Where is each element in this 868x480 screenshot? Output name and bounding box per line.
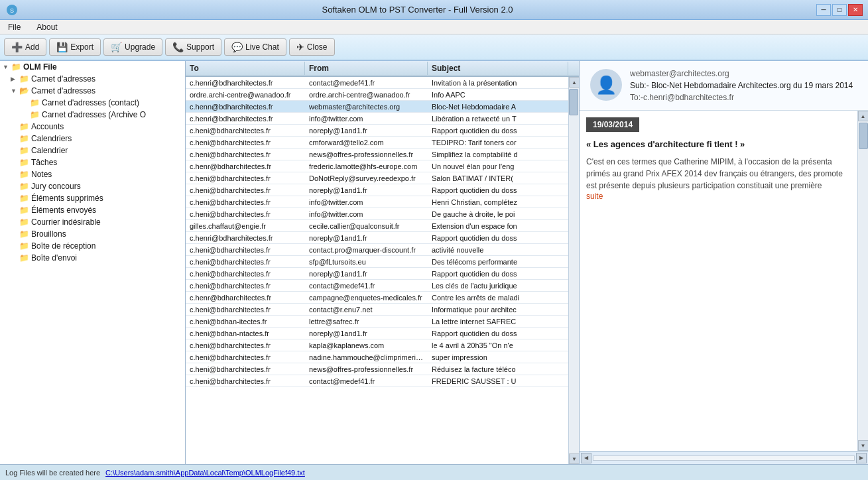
export-button[interactable]: 💾 Export — [49, 38, 101, 56]
tree-item[interactable]: ▶📁 Courrier indésirable — [0, 216, 185, 228]
tree-item[interactable]: ▶📁 Notes — [0, 168, 185, 180]
preview-scroll-thumb[interactable] — [859, 123, 868, 149]
preview-scroll-down[interactable]: ▼ — [858, 440, 869, 451]
expand-icon: ▶ — [11, 231, 17, 237]
email-row[interactable]: c.heni@bdharchitectes.fr sfp@fLtursoits.… — [186, 256, 568, 268]
email-subject: activité nouvelle — [428, 245, 568, 255]
email-from: noreply@1and1.fr — [305, 269, 428, 279]
tree-item-label: Carnet d'adresses (Archive O — [42, 110, 146, 119]
email-to: ordre.archi-centre@wanadoo.fr — [186, 90, 305, 100]
tree-item-label: Calendriers — [31, 134, 72, 143]
email-row[interactable]: c.henr@bdharchitectes.fr frederic.lamott… — [186, 160, 568, 172]
menu-about[interactable]: About — [31, 21, 62, 33]
export-icon: 💾 — [56, 42, 68, 52]
folder-icon: 📂 — [19, 86, 29, 95]
live-chat-button[interactable]: 💬 Live Chat — [224, 38, 286, 56]
email-row[interactable]: c.heni@bdharchitectes.fr DoNotReply@surv… — [186, 172, 568, 184]
email-list-scrollbar[interactable]: ▲ ▼ — [568, 77, 579, 464]
tree-item[interactable]: ▶📁 Carnet d'adresses (contact) — [0, 97, 185, 109]
tree-item[interactable]: ▶📁 Brouillons — [0, 228, 185, 240]
email-subject: Rapport quotidien du doss — [428, 185, 568, 196]
right-scroll-right[interactable]: ▶ — [856, 453, 867, 463]
support-button[interactable]: 📞 Support — [165, 38, 221, 56]
upgrade-button[interactable]: 🛒 Upgrade — [103, 38, 162, 56]
tree-item[interactable]: ▶📁 Boîte de réception — [0, 240, 185, 252]
tree-item-label: Brouillons — [31, 229, 66, 239]
email-row[interactable]: c.heni@bdharchitectes.fr nadine.hammouch… — [186, 351, 568, 363]
email-row[interactable]: c.henn@bdharchitectes.fr webmaster@archi… — [186, 101, 568, 113]
email-row[interactable]: c.henri@bdharchitectes.fr info@twitter.c… — [186, 113, 568, 125]
expand-icon: ▶ — [11, 243, 17, 249]
email-subject: Informatique pour architec — [428, 304, 568, 315]
tree-item[interactable]: ▶📁 Boîte d'envoi — [0, 252, 185, 264]
email-row[interactable]: c.heni@bdharchitectes.fr news@offres-pro… — [186, 363, 568, 375]
email-row[interactable]: c.heni@bdhan-ntactes.fr noreply@1and1.fr… — [186, 328, 568, 339]
email-row[interactable]: c.heni@bdharchitectes.fr noreply@1and1.f… — [186, 125, 568, 137]
email-to: c.heni@bdharchitectes.fr — [186, 209, 305, 219]
email-row[interactable]: c.henri@bdharchitectes.fr contact@medef4… — [186, 77, 568, 89]
expand-icon: ▼ — [11, 88, 17, 94]
tree-root[interactable]: ▼ 📁 OLM File — [0, 61, 185, 73]
email-row[interactable]: c.heni@bdhan-itectes.fr lettre@safrec.fr… — [186, 316, 568, 328]
article-body: C'est en ces termes que Catherine MIPIM,… — [586, 156, 851, 192]
folder-icon: 📁 — [19, 229, 29, 239]
col-header-subject: Subject — [428, 62, 568, 75]
email-row[interactable]: c.heni@bdharchitectes.fr noreply@1and1.f… — [186, 184, 568, 196]
right-bottom-scroll[interactable]: ◀ ▶ — [580, 451, 868, 464]
tree-item[interactable]: ▶📁 Calendriers — [0, 133, 185, 145]
preview-body: 19/03/2014 « Les agences d'architecture … — [580, 111, 868, 451]
email-row[interactable]: ordre.archi-centre@wanadoo.fr ordre.arch… — [186, 89, 568, 101]
email-to: c.heni@bdharchitectes.fr — [186, 245, 305, 255]
date-badge: 19/03/2014 — [586, 117, 639, 132]
email-row[interactable]: gilles.chaffaut@engie.fr cecile.callier@… — [186, 220, 568, 232]
tree-item[interactable]: ▶📁 Tâches — [0, 156, 185, 168]
email-row[interactable]: c.heni@bdharchitectes.fr info@twitter.co… — [186, 208, 568, 220]
email-row[interactable]: c.heni@bdharchitectes.fr contact@r.enu7.… — [186, 304, 568, 316]
preview-scroll-up[interactable]: ▲ — [858, 111, 869, 121]
scroll-up-arrow[interactable]: ▲ — [569, 77, 579, 88]
email-row[interactable]: c.henr@bdharchitectes.fr campagne@enquet… — [186, 292, 568, 304]
email-row[interactable]: c.heni@bdharchitectes.fr contact.pro@mar… — [186, 244, 568, 256]
close-app-button[interactable]: ✈ Close — [289, 38, 335, 56]
tree-item[interactable]: ▶📁 Carnet d'adresses (Archive O — [0, 109, 185, 121]
expand-icon: ▶ — [11, 207, 17, 213]
menu-file[interactable]: File — [3, 21, 26, 33]
right-panel: 👤 webmaster@architectes.org Sub:- Bloc-N… — [580, 61, 868, 464]
preview-scrollbar[interactable]: ▲ ▼ — [857, 111, 868, 451]
tree-item[interactable]: ▶📁 Carnet d'adresses — [0, 73, 185, 85]
restore-button[interactable]: □ — [832, 4, 847, 16]
email-row[interactable]: c.heni@bdharchitectes.fr info@twitter.co… — [186, 196, 568, 208]
email-row[interactable]: c.heni@bdharchitectes.fr noreply@1and1.f… — [186, 268, 568, 280]
tree-item[interactable]: ▶📁 Accounts — [0, 121, 185, 133]
scroll-thumb[interactable] — [569, 89, 578, 115]
email-row[interactable]: c.heni@bdharchitectes.fr contact@medef41… — [186, 280, 568, 292]
email-to: c.heni@bdharchitectes.fr — [186, 185, 305, 196]
email-to: c.heni@bdharchitectes.fr — [186, 280, 305, 291]
tree-item[interactable]: ▶📁 Éléments envoyés — [0, 204, 185, 216]
email-row[interactable]: c.heni@bdharchitectes.fr news@offres-pro… — [186, 149, 568, 160]
expand-icon: ▶ — [21, 99, 28, 106]
email-subject: TEDIPRO: Tarif toners cor — [428, 137, 568, 148]
email-to: c.heni@bdharchitectes.fr — [186, 197, 305, 208]
email-row[interactable]: c.heni@bdharchitectes.fr kapla@kaplanews… — [186, 339, 568, 351]
tree-item[interactable]: ▼📂 Carnet d'adresses — [0, 85, 185, 97]
expand-icon: ▶ — [11, 123, 17, 130]
right-scroll-left[interactable]: ◀ — [581, 453, 591, 463]
tree-item[interactable]: ▶📁 Jury concours — [0, 180, 185, 192]
log-path[interactable]: C:\Users\adam.smith\AppData\Local\Temp\O… — [105, 469, 305, 477]
email-from: ordre.archi-centre@wanadoo.fr — [305, 90, 428, 100]
email-row[interactable]: c.heni@bdharchitectes.fr contact@medef41… — [186, 375, 568, 387]
tree-item[interactable]: ▶📁 Calendrier — [0, 145, 185, 156]
email-row[interactable]: c.henri@bdharchitectes.fr noreply@1and1.… — [186, 232, 568, 244]
add-button[interactable]: ➕ Add — [4, 38, 46, 56]
tree-item[interactable]: ▶📁 Éléments supprimés — [0, 192, 185, 204]
minimize-button[interactable]: ─ — [816, 4, 831, 16]
email-subject: Rapport quotidien du doss — [428, 269, 568, 279]
email-row[interactable]: c.heni@bdharchitectes.fr cmforward@tello… — [186, 137, 568, 149]
email-to: gilles.chaffaut@engie.fr — [186, 221, 305, 231]
folder-icon: 📁 — [30, 110, 40, 119]
email-from: noreply@1and1.fr — [305, 125, 428, 136]
scroll-down-arrow[interactable]: ▼ — [569, 453, 579, 464]
close-button[interactable]: ✕ — [848, 4, 863, 16]
center-panel: To From Subject c.henri@bdharchitectes.f… — [186, 61, 580, 464]
